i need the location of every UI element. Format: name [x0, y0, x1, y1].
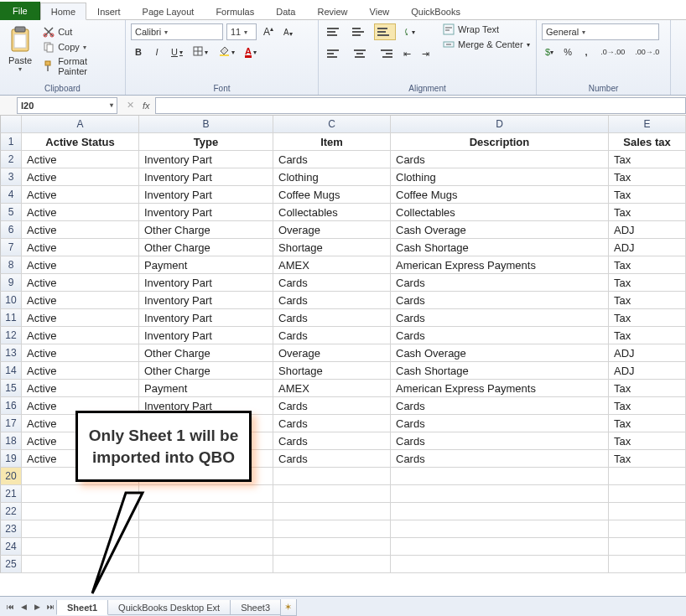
cell-E3[interactable]: Tax [609, 168, 686, 186]
cell-D10[interactable]: Cards [391, 292, 609, 309]
cell-C4[interactable]: Coffee Mugs [273, 186, 391, 204]
cell-E19[interactable]: Tax [609, 450, 686, 468]
cell-E23[interactable] [609, 520, 686, 538]
cell-C22[interactable] [273, 503, 391, 520]
cell-B21[interactable] [139, 485, 273, 503]
row-header-8[interactable]: 8 [0, 256, 22, 274]
row-header-6[interactable]: 6 [0, 221, 22, 239]
tab-insert[interactable]: Insert [86, 3, 132, 20]
cell-B2[interactable]: Inventory Part [139, 151, 273, 168]
chevron-down-icon[interactable]: ▾ [18, 65, 22, 73]
orientation-button[interactable]: ⤹▾ [399, 23, 418, 40]
cell-A8[interactable]: Active [22, 256, 139, 274]
cell-A9[interactable]: Active [22, 274, 139, 292]
row-header-11[interactable]: 11 [0, 309, 22, 327]
cell-A10[interactable]: Active [22, 292, 139, 309]
bold-button[interactable]: B [131, 44, 146, 60]
merge-center-button[interactable]: Merge & Center ▾ [443, 39, 530, 50]
sheet-nav-last[interactable]: ⏭ [44, 600, 57, 613]
select-all-corner[interactable] [0, 116, 22, 133]
cell-C21[interactable] [273, 485, 391, 503]
tab-formulas[interactable]: Formulas [205, 3, 265, 20]
cell-B3[interactable]: Inventory Part [139, 168, 273, 186]
cell-D22[interactable] [391, 503, 609, 520]
align-center-button[interactable] [349, 45, 371, 62]
row-header-14[interactable]: 14 [0, 362, 22, 380]
cell-D13[interactable]: Cash Overage [391, 344, 609, 362]
cell-D4[interactable]: Coffee Mugs [391, 186, 609, 204]
cell-A2[interactable]: Active [22, 151, 139, 168]
cell-D21[interactable] [391, 485, 609, 503]
align-bottom-button[interactable] [374, 23, 396, 40]
row-header-21[interactable]: 21 [0, 485, 22, 503]
cell-D11[interactable]: Cards [391, 309, 609, 327]
cell-E18[interactable]: Tax [609, 432, 686, 450]
cell-D8[interactable]: American Express Payments [391, 256, 609, 274]
cell-E4[interactable]: Tax [609, 186, 686, 204]
cell-D16[interactable]: Cards [391, 397, 609, 415]
cell-B1[interactable]: Type [139, 133, 273, 151]
row-header-24[interactable]: 24 [0, 538, 22, 556]
tab-home[interactable]: Home [40, 3, 86, 20]
cell-A13[interactable]: Active [22, 344, 139, 362]
cell-D9[interactable]: Cards [391, 274, 609, 292]
row-header-20[interactable]: 20 [0, 468, 22, 485]
comma-format-button[interactable]: , [579, 44, 594, 60]
increase-indent-button[interactable]: ⇥ [418, 45, 433, 62]
cell-B15[interactable]: Payment [139, 380, 273, 397]
row-header-23[interactable]: 23 [0, 520, 22, 538]
cell-A12[interactable]: Active [22, 327, 139, 344]
cell-E21[interactable] [609, 485, 686, 503]
cell-B10[interactable]: Inventory Part [139, 292, 273, 309]
italic-button[interactable]: I [149, 44, 164, 60]
cell-D24[interactable] [391, 538, 609, 556]
cell-B24[interactable] [139, 538, 273, 556]
increase-decimal-button[interactable]: .0→.00 [597, 44, 628, 60]
cut-button[interactable]: Cut [40, 25, 120, 39]
cell-E25[interactable] [609, 556, 686, 573]
cell-B12[interactable]: Inventory Part [139, 327, 273, 344]
cell-D3[interactable]: Clothing [391, 168, 609, 186]
cell-D2[interactable]: Cards [391, 151, 609, 168]
cell-C11[interactable]: Cards [273, 309, 391, 327]
copy-button[interactable]: Copy ▾ [40, 40, 120, 54]
accounting-format-button[interactable]: $▾ [542, 44, 557, 60]
cell-E6[interactable]: ADJ [609, 221, 686, 239]
column-header-A[interactable]: A [22, 116, 139, 133]
cell-E15[interactable]: Tax [609, 380, 686, 397]
row-header-19[interactable]: 19 [0, 450, 22, 468]
cell-A6[interactable]: Active [22, 221, 139, 239]
cell-B11[interactable]: Inventory Part [139, 309, 273, 327]
cell-C8[interactable]: AMEX [273, 256, 391, 274]
tab-file[interactable]: File [0, 2, 40, 20]
cell-B22[interactable] [139, 503, 273, 520]
row-header-4[interactable]: 4 [0, 186, 22, 204]
tab-view[interactable]: View [359, 3, 401, 20]
column-header-C[interactable]: C [273, 116, 391, 133]
percent-format-button[interactable]: % [560, 44, 575, 60]
cell-A7[interactable]: Active [22, 239, 139, 256]
sheet-nav-prev[interactable]: ◀ [17, 600, 30, 613]
row-header-15[interactable]: 15 [0, 380, 22, 397]
cell-C13[interactable]: Overage [273, 344, 391, 362]
cell-C24[interactable] [273, 538, 391, 556]
cell-D14[interactable]: Cash Shortage [391, 362, 609, 380]
align-middle-button[interactable] [349, 23, 371, 40]
increase-font-button[interactable]: A▴ [260, 23, 277, 40]
cell-E17[interactable]: Tax [609, 415, 686, 432]
cell-A4[interactable]: Active [22, 186, 139, 204]
row-header-9[interactable]: 9 [0, 274, 22, 292]
cell-C12[interactable]: Cards [273, 327, 391, 344]
cell-D19[interactable]: Cards [391, 450, 609, 468]
row-header-18[interactable]: 18 [0, 432, 22, 450]
sheet-nav-first[interactable]: ⏮ [3, 600, 17, 613]
cell-C6[interactable]: Overage [273, 221, 391, 239]
fx-icon[interactable]: fx [143, 101, 150, 111]
cell-E22[interactable] [609, 503, 686, 520]
cell-B8[interactable]: Payment [139, 256, 273, 274]
cell-B6[interactable]: Other Charge [139, 221, 273, 239]
wrap-text-button[interactable]: Wrap Text [443, 23, 530, 35]
row-header-16[interactable]: 16 [0, 397, 22, 415]
row-header-22[interactable]: 22 [0, 503, 22, 520]
cell-C19[interactable]: Cards [273, 450, 391, 468]
